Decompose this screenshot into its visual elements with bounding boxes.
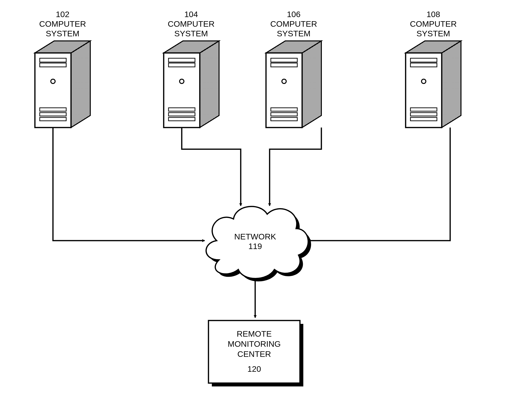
node-computer-3: 106 COMPUTER SYSTEM xyxy=(266,10,321,128)
remote-line1: REMOTE xyxy=(237,329,272,338)
network-line1: NETWORK xyxy=(234,232,276,241)
computer-1-line1: COMPUTER xyxy=(39,19,86,28)
computer-1-ref: 102 xyxy=(56,10,70,19)
remote-line2: MONITORING xyxy=(228,339,281,348)
computer-3-ref: 106 xyxy=(287,10,301,19)
computer-3-line2: SYSTEM xyxy=(277,29,311,38)
computer-1-line2: SYSTEM xyxy=(46,29,79,38)
node-computer-4: 108 COMPUTER SYSTEM xyxy=(406,10,461,128)
network-line2: 119 xyxy=(248,242,262,251)
edge-computer-4-to-network xyxy=(308,128,450,241)
computer-4-line2: SYSTEM xyxy=(416,29,450,38)
computer-2-ref: 104 xyxy=(184,10,198,19)
node-network: NETWORK 119 xyxy=(206,206,311,282)
node-computer-2: 104 COMPUTER SYSTEM xyxy=(164,10,219,128)
computer-2-line2: SYSTEM xyxy=(174,29,208,38)
computer-3-line1: COMPUTER xyxy=(270,19,317,28)
node-computer-1: 102 COMPUTER SYSTEM xyxy=(35,10,90,128)
edge-computer-3-to-network xyxy=(270,128,321,206)
computer-4-line1: COMPUTER xyxy=(410,19,457,28)
node-remote-monitoring-center: REMOTE MONITORING CENTER 120 xyxy=(208,321,303,386)
remote-line4: 120 xyxy=(247,364,261,373)
diagram-canvas: 102 COMPUTER SYSTEM 104 COMPUTER SYSTEM … xyxy=(0,0,532,404)
remote-line3: CENTER xyxy=(237,349,271,359)
computer-2-line1: COMPUTER xyxy=(168,19,215,28)
computer-4-ref: 108 xyxy=(427,10,440,19)
edge-computer-2-to-network xyxy=(182,128,241,206)
